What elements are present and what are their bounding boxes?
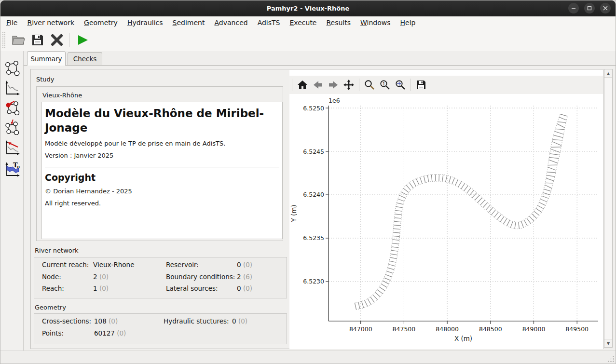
window-title: Pamhyr2 - Vieux-Rhône (267, 5, 350, 12)
close-button[interactable] (600, 3, 611, 13)
svg-text:847500: 847500 (393, 325, 416, 333)
rail-current-node-button[interactable] (4, 99, 20, 115)
geometry-box: Cross-sections:108 (0)Points:60127 (0) H… (34, 313, 287, 344)
save-study-button[interactable] (29, 32, 46, 48)
study-version: Version : Janvier 2025 (45, 152, 279, 159)
richtext-divider (45, 167, 279, 167)
field-extra: (0) (97, 284, 109, 292)
plot-zoom-fit-button[interactable] (393, 78, 408, 92)
menu-item-help[interactable]: Help (396, 17, 421, 28)
river-network-box: Current reach:Vieux-RhoneNode:2 (0)Reach… (34, 257, 287, 298)
menu-item-windows[interactable]: Windows (356, 17, 396, 28)
run-solver-button[interactable] (74, 32, 91, 48)
zoom-rect-icon (364, 80, 375, 90)
svg-text:847000: 847000 (349, 325, 372, 333)
open-study-button[interactable] (10, 32, 27, 48)
close-x-icon (51, 34, 63, 46)
river-network-right-column: Reservoir:0 (0)Boundary conditions:2 (6)… (166, 261, 252, 297)
svg-text:X (m): X (m) (454, 335, 472, 342)
field-value: 0 (237, 261, 241, 269)
maximize-button[interactable] (584, 3, 595, 13)
resize-grip[interactable] (607, 355, 614, 362)
field-value: 1 (93, 284, 97, 292)
geometry-left-column: Cross-sections:108 (0)Points:60127 (0) (42, 317, 126, 341)
menu-item-geometry[interactable]: Geometry (79, 17, 123, 28)
left-icon-rail: T 0 (0, 51, 24, 351)
study-group-title: Vieux-Rhône (42, 92, 82, 99)
tab-summary[interactable]: Summary (27, 51, 66, 66)
menu-item-adists[interactable]: AdisTS (253, 17, 285, 28)
field-value: 2 (93, 273, 97, 281)
tab-bar: Summary Checks (24, 51, 616, 65)
rail-adists-button[interactable]: T 0 (4, 162, 20, 178)
plot-zoom-button[interactable] (362, 78, 377, 92)
study-heading: Modèle du Vieux-Rhône de Miribel-Jonage (45, 106, 279, 135)
field-extra: (0) (241, 261, 252, 269)
field-label: Points: (42, 329, 94, 337)
plot-panel: 1 (289, 70, 603, 349)
menu-item-execute[interactable]: Execute (285, 17, 321, 28)
rail-current-reach-button[interactable] (4, 119, 20, 135)
field-label: Reach: (42, 284, 93, 292)
rail-river-network-button[interactable] (4, 60, 20, 76)
floppy-icon (31, 34, 44, 46)
menu-item-advanced[interactable]: Advanced (209, 17, 252, 28)
field-extra: (0) (115, 329, 126, 337)
rail-results-reverse-button[interactable] (4, 140, 20, 156)
svg-text:1e6: 1e6 (329, 97, 340, 104)
menu-item-sediment[interactable]: Sediment (168, 17, 210, 28)
field-extra: (0) (241, 284, 252, 292)
plot-forward-button[interactable] (326, 78, 341, 92)
menu-item-hydraulics[interactable]: Hydraulics (123, 17, 168, 28)
plot-zoom-one-button[interactable]: 1 (378, 78, 392, 92)
svg-text:849000: 849000 (522, 325, 546, 333)
svg-text:6.5250: 6.5250 (303, 105, 324, 112)
adists-t0-icon: T 0 (4, 162, 20, 178)
plot-pan-button[interactable] (342, 78, 356, 92)
plot-toolbar-separator (411, 79, 411, 91)
field-label: Node: (42, 273, 93, 281)
menu-item-file[interactable]: File (1, 17, 22, 28)
field-value: 0 (237, 284, 241, 292)
field-extra: (6) (241, 273, 252, 281)
river-network-left-column: Current reach:Vieux-RhoneNode:2 (0)Reach… (42, 261, 134, 297)
status-bar (0, 351, 616, 364)
plot-toolbar-separator (359, 79, 359, 91)
scroll-down-button[interactable]: ▼ (604, 339, 612, 347)
scroll-up-button[interactable]: ▲ (604, 69, 612, 78)
svg-text:848000: 848000 (436, 325, 459, 333)
tab-checks[interactable]: Checks (68, 52, 102, 65)
river-network-title: River network (35, 247, 79, 254)
vertical-scrollbar[interactable]: ▲ ▼ (604, 69, 613, 348)
results-plot-icon (4, 80, 20, 96)
study-description: Modèle développé pour le TP de prise en … (45, 140, 279, 147)
plot-canvas[interactable]: 8470008475008480008485008490008495006.52… (289, 94, 603, 345)
geometry-title: Geometry (35, 304, 66, 311)
close-study-button[interactable] (49, 32, 65, 48)
field-label: Lateral sources: (166, 284, 237, 292)
plot-toolbar-separator (292, 79, 292, 91)
menu-item-river-network[interactable]: River network (22, 17, 79, 28)
svg-text:6.5245: 6.5245 (303, 148, 324, 155)
menu-item-results[interactable]: Results (321, 17, 356, 28)
plot-back-button[interactable] (311, 78, 325, 92)
play-icon (76, 34, 89, 46)
minimize-button[interactable] (568, 3, 579, 13)
maximize-icon (587, 6, 592, 11)
river-network-icon (4, 60, 20, 76)
copyright-owner: © Dorian Hernandez - 2025 (45, 188, 279, 195)
field-label: Reservoir: (166, 261, 237, 269)
rail-results-button[interactable] (4, 80, 20, 96)
titlebar: Pamhyr2 - Vieux-Rhône (0, 0, 616, 16)
plot-save-button[interactable] (414, 78, 428, 92)
main-toolbar (0, 29, 616, 51)
svg-text:0: 0 (17, 164, 20, 169)
field-extra: (0) (236, 317, 247, 325)
copyright-heading: Copyright (45, 172, 279, 183)
field-value: 0 (232, 317, 236, 325)
toolbar-separator (69, 33, 70, 47)
menu-bar: FileRiver networkGeometryHydraulicsSedim… (0, 16, 616, 29)
toolbar-drag-handle[interactable] (2, 31, 6, 49)
field-label: Current reach: (42, 261, 93, 269)
plot-home-button[interactable] (295, 78, 310, 92)
